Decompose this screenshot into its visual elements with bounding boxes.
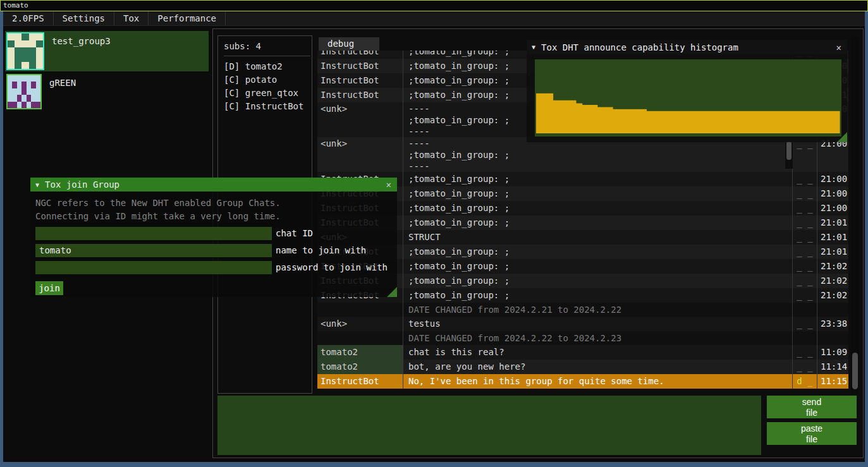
members-separator <box>224 56 310 56</box>
menu-item-settings[interactable]: Settings <box>54 11 114 25</box>
close-icon[interactable]: ✕ <box>836 42 841 52</box>
message-flags: _ _ <box>793 274 817 288</box>
menu-item-tox[interactable]: Tox <box>114 11 149 25</box>
group-item-test_group3[interactable]: test_group3 <box>5 31 209 71</box>
menu-item-2-0fps[interactable]: 2.0FPS <box>3 11 54 25</box>
send-file-button[interactable]: send file <box>767 396 857 418</box>
message-row[interactable]: InstructBot;tomato_in_group: ;_ _21:01 <box>317 245 848 259</box>
message-text: ;tomato_in_group: ; <box>403 215 793 230</box>
window-frame-left <box>0 11 3 467</box>
group-item-green[interactable]: gREEN <box>5 73 209 113</box>
chat-scrollbar[interactable] <box>851 37 859 394</box>
member-item[interactable]: [C] potato <box>224 73 312 87</box>
chat-id-label: chat ID <box>276 228 313 238</box>
group-avatar <box>6 32 44 70</box>
message-row[interactable]: InstructBot;tomato_in_group: ;_ _21:02 <box>317 274 848 288</box>
message-flags <box>793 303 817 317</box>
dht-histogram-titlebar[interactable]: ▼ Tox DHT announce capability histogram … <box>527 40 847 54</box>
message-row[interactable]: <unk>---- ;tomato_in_group: ; ----_ _21:… <box>317 137 848 172</box>
message-row[interactable]: InstructBot;tomato_in_group: ;_ _21:01 <box>317 215 848 230</box>
message-text: ;tomato_in_group: ; <box>403 201 793 215</box>
join-group-title: Tox join Group <box>45 179 119 190</box>
join-name-label: name to join with <box>276 245 366 255</box>
collapse-arrow-icon[interactable]: ▼ <box>532 44 535 51</box>
member-item[interactable]: [D] tomato2 <box>224 60 312 73</box>
system-row[interactable]: DATE CHANGED from 2024.2.21 to 2024.2.22 <box>317 303 848 317</box>
message-row[interactable]: InstructBot;tomato_in_group: ;_ _21:02 <box>317 259 848 274</box>
os-window-title[interactable]: tomato <box>0 0 868 11</box>
message-row[interactable]: tomato2chat is this real?_ _11:09 <box>317 345 848 360</box>
message-flags: _ _ <box>793 288 817 303</box>
histogram-plot <box>535 59 841 136</box>
scrollbar-thumb[interactable] <box>852 353 858 389</box>
message-time: 11:15 <box>817 374 848 389</box>
message-time: 11:14 <box>817 360 848 374</box>
join-password-label: password to join with <box>276 262 388 272</box>
collapse-arrow-icon[interactable]: ▼ <box>35 181 39 188</box>
join-group-body: NGC refers to the New DHT enabled Group … <box>30 191 397 297</box>
message-text: ;tomato_in_group: ; <box>403 172 793 186</box>
message-row[interactable]: InstructBot;tomato_in_group: ;_ _21:00 <box>317 172 848 186</box>
group-avatar <box>6 74 42 109</box>
message-time: 21:01 <box>817 230 848 245</box>
sender-name <box>317 303 403 317</box>
member-list: [D] tomato2[C] potato[C] green_qtox[C] I… <box>224 60 312 113</box>
message-text: ;tomato_in_group: ; <box>403 288 793 303</box>
sender-name: <unk> <box>317 137 403 172</box>
dht-histogram-title: Tox DHT announce capability histogram <box>541 42 738 52</box>
message-time: 21:02 <box>817 288 848 303</box>
message-row[interactable]: InstructBotNo, I've been in this group f… <box>317 374 848 389</box>
message-time: 21:00 <box>817 186 848 201</box>
message-time <box>817 303 848 317</box>
message-text: testus <box>403 317 793 331</box>
message-time: 21:00 <box>817 172 848 186</box>
join-password-input[interactable] <box>35 261 272 274</box>
menu-item-performance[interactable]: Performance <box>149 11 226 25</box>
message-flags: _ _ <box>793 137 817 172</box>
sender-name: InstructBot <box>317 88 403 102</box>
message-row[interactable]: tomato2bot, are you new here?_ _11:14 <box>317 360 848 374</box>
scrollbar-thumb[interactable] <box>786 141 792 160</box>
message-input[interactable] <box>217 396 761 455</box>
message-flags: d _ <box>793 374 817 389</box>
join-info-line-2: Connecting via ID might take a very long… <box>35 210 397 223</box>
sender-name: tomato2 <box>317 345 403 360</box>
message-time: 21:02 <box>817 274 848 288</box>
tab-debug[interactable]: debug <box>319 37 379 51</box>
message-time: 11:09 <box>817 345 848 360</box>
close-icon[interactable]: ✕ <box>386 179 391 190</box>
members-header: subs: 4 <box>224 41 312 51</box>
message-row[interactable]: InstructBot;tomato_in_group: ;_ _21:02 <box>317 288 848 303</box>
message-time: 21:01 <box>817 215 848 230</box>
menu-bar: 2.0FPSSettingsToxPerformance <box>3 11 865 26</box>
message-row[interactable]: InstructBot;tomato_in_group: ;_ _21:00 <box>317 186 848 201</box>
message-cell-scrollbar[interactable] <box>785 140 793 169</box>
window-frame-bottom <box>0 462 868 467</box>
join-group-window: ▼ Tox join Group ✕ NGC refers to the New… <box>30 178 397 297</box>
window-frame-right <box>865 11 868 467</box>
message-text: ;tomato_in_group: ; <box>403 245 793 259</box>
member-item[interactable]: [C] green_qtox <box>224 87 312 100</box>
message-time: 21:02 <box>817 259 848 274</box>
join-button[interactable]: join <box>35 281 63 295</box>
join-info-line-1: NGC refers to the New DHT enabled Group … <box>35 197 397 210</box>
message-row[interactable]: InstructBot;tomato_in_group: ;_ _21:00 <box>317 201 848 215</box>
member-item[interactable]: [C] InstructBot <box>224 100 312 113</box>
resize-grip[interactable] <box>387 287 397 297</box>
sender-name: <unk> <box>317 317 403 331</box>
join-name-input[interactable] <box>35 244 272 257</box>
system-row[interactable]: DATE CHANGED from 2024.2.22 to 2024.2.23 <box>317 331 848 345</box>
message-text: ;tomato_in_group: ; <box>403 274 793 288</box>
join-group-titlebar[interactable]: ▼ Tox join Group ✕ <box>30 178 397 191</box>
paste-file-button[interactable]: paste file <box>767 422 857 445</box>
sender-name: InstructBot <box>317 73 403 88</box>
sender-name: InstructBot <box>317 59 403 73</box>
message-text: ;tomato_in_group: ; <box>403 259 793 274</box>
message-flags: _ _ <box>793 317 817 331</box>
message-row[interactable]: <unk>testus_ _23:38 <box>317 317 848 331</box>
message-row[interactable]: <unk>STRUCT_ _21:01 <box>317 230 848 245</box>
message-flags: _ _ <box>793 172 817 186</box>
chat-id-input[interactable] <box>35 227 272 240</box>
resize-grip[interactable] <box>837 132 847 142</box>
dht-histogram-body <box>527 54 847 142</box>
